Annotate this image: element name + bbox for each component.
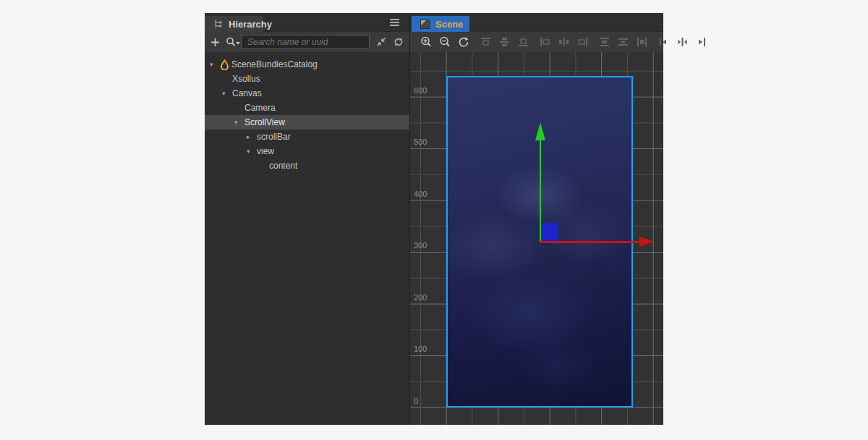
distribute-center-icon[interactable] xyxy=(616,35,629,48)
hierarchy-tree: ▾ SceneBundlesCatalog Xsollus ▾ Canvas C… xyxy=(205,52,409,425)
expand-arrow-icon[interactable]: ▾ xyxy=(247,144,257,158)
search-filter-icon[interactable] xyxy=(225,35,242,48)
ruler-label-200: 200 xyxy=(414,293,434,302)
tree-item-scenebundlescatalog[interactable]: ▾ SceneBundlesCatalog xyxy=(205,57,409,72)
tree-item-xsollus[interactable]: Xsollus xyxy=(205,72,409,86)
expand-arrow-icon[interactable]: ▾ xyxy=(222,86,232,101)
add-node-icon[interactable] xyxy=(208,35,221,48)
ruler-label-100: 100 xyxy=(414,344,434,354)
tree-item-label: SceneBundlesCatalog xyxy=(231,59,318,69)
origin-handle[interactable] xyxy=(541,223,558,241)
scene-image-icon xyxy=(418,17,431,30)
align-right-icon[interactable] xyxy=(576,35,589,48)
tree-item-label: ScrollView xyxy=(244,117,285,127)
x-axis-line xyxy=(540,241,640,243)
y-axis-arrow-icon[interactable] xyxy=(535,122,545,140)
tab-scene-label: Scene xyxy=(435,19,463,30)
hierarchy-toolbar xyxy=(205,32,409,52)
scene-viewport[interactable]: 600 500 400 300 200 100 0 xyxy=(410,52,663,425)
tab-hierarchy[interactable]: Hierarchy xyxy=(205,16,263,32)
scene-toolbar xyxy=(410,32,663,52)
tab-scene[interactable]: Scene xyxy=(412,16,469,32)
expand-horizontal-icon[interactable] xyxy=(657,35,670,48)
expand-arrow-icon[interactable]: ▾ xyxy=(234,115,244,130)
ruler-label-300: 300 xyxy=(414,241,434,250)
distribute-horizontal-icon[interactable] xyxy=(635,35,648,48)
scene-asset-flame-icon xyxy=(220,59,231,70)
tree-item-label: Canvas xyxy=(232,88,262,98)
tree-item-scrollview[interactable]: ▾ ScrollView xyxy=(205,115,409,130)
tree-item-label: Camera xyxy=(244,103,276,113)
tree-item-label: scrollBar xyxy=(257,132,291,142)
tree-item-camera[interactable]: Camera xyxy=(205,101,409,115)
hierarchy-tabbar: Hierarchy xyxy=(205,13,409,32)
refresh-icon[interactable] xyxy=(392,35,405,48)
expand-arrow-icon[interactable]: ▾ xyxy=(210,57,220,72)
tree-item-content[interactable]: content xyxy=(205,158,409,173)
editor-window: Hierarchy xyxy=(205,13,663,425)
hierarchy-tree-icon xyxy=(211,17,224,30)
tree-item-scrollbar[interactable]: ▸ scrollBar xyxy=(205,130,409,144)
scene-tabbar: Scene xyxy=(410,13,663,32)
tree-item-canvas[interactable]: ▾ Canvas xyxy=(205,86,409,101)
align-top-icon[interactable] xyxy=(479,35,492,48)
align-vertical-center-icon[interactable] xyxy=(498,35,511,48)
expand-vertical-icon[interactable] xyxy=(676,35,689,48)
hamburger-menu-icon[interactable] xyxy=(390,19,399,26)
tree-item-label: view xyxy=(257,146,274,156)
hierarchy-panel: Hierarchy xyxy=(205,13,409,425)
align-left-icon[interactable] xyxy=(538,35,551,48)
tree-item-view[interactable]: ▾ view xyxy=(205,144,409,158)
tree-item-label: Xsollus xyxy=(232,74,260,84)
tree-item-label: content xyxy=(269,161,297,171)
expand-arrow-icon[interactable]: ▸ xyxy=(247,130,257,144)
search-input[interactable] xyxy=(241,35,370,49)
ruler-label-600: 600 xyxy=(414,86,434,96)
align-bottom-icon[interactable] xyxy=(516,35,529,48)
ruler-label-500: 500 xyxy=(414,138,434,147)
collapse-all-icon[interactable] xyxy=(375,35,388,48)
tab-hierarchy-label: Hierarchy xyxy=(229,19,272,30)
align-horizontal-center-icon[interactable] xyxy=(557,35,570,48)
scene-panel: Scene xyxy=(410,13,663,425)
distribute-vertical-icon[interactable] xyxy=(597,35,610,48)
zoom-out-icon[interactable] xyxy=(438,35,451,48)
x-axis-arrow-icon[interactable] xyxy=(639,237,654,247)
ruler-label-0: 0 xyxy=(414,397,434,406)
zoom-in-icon[interactable] xyxy=(420,35,433,48)
reset-view-icon[interactable] xyxy=(457,35,470,48)
shrink-horizontal-icon[interactable] xyxy=(694,35,707,48)
ruler-label-400: 400 xyxy=(414,190,434,199)
